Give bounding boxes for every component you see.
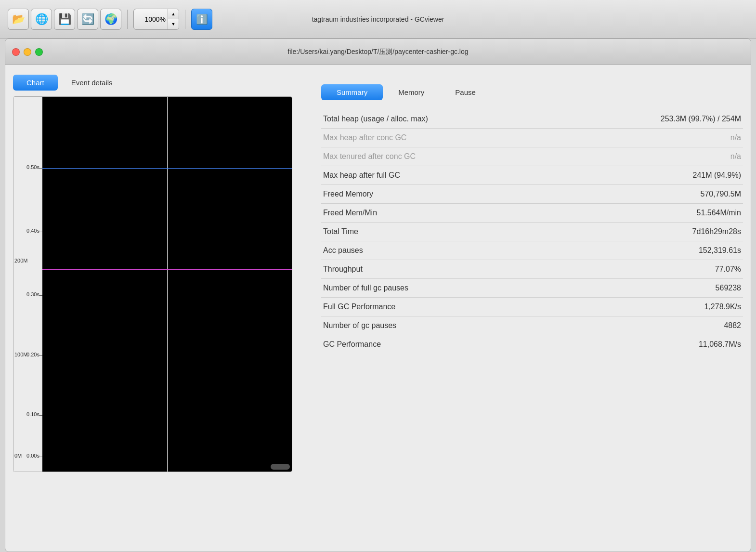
stats-value-5: 51.564M/min [697, 209, 742, 217]
table-row: Full GC Performance 1,278.9K/s [321, 298, 743, 316]
tab-pause[interactable]: Pause [440, 84, 491, 100]
table-row: Total Time 7d16h29m28s [321, 223, 743, 241]
chart-cursor [167, 97, 168, 472]
stats-value-6: 7d16h29m28s [692, 227, 741, 236]
app-titlebar: 📂 🌐 💾 🔄 🌍 1000% ▲ ▼ ℹ️ tagtraum industri… [0, 0, 756, 39]
table-row: Number of gc pauses 4882 [321, 316, 743, 335]
main-window: file:/Users/kai.yang/Desktop/T/压测/paycen… [5, 39, 751, 552]
close-button[interactable] [12, 48, 20, 56]
stats-value-8: 77.07% [715, 265, 741, 274]
y-label-000s: 0.00s [26, 453, 39, 459]
window-content: Chart Event details 0.50s 0.40s 0.30s 0.… [5, 65, 751, 552]
stats-value-9: 569238 [716, 284, 741, 292]
stats-label-0: Total heap (usage / alloc. max) [323, 115, 428, 123]
zoom-control[interactable]: 1000% ▲ ▼ [133, 9, 179, 30]
y-label-200m: 200M [14, 258, 28, 263]
tab-summary[interactable]: Summary [321, 84, 383, 100]
y-tick-030s [39, 295, 42, 296]
left-panel: Chart Event details 0.50s 0.40s 0.30s 0.… [13, 75, 302, 542]
stats-label-11: Number of gc pauses [323, 321, 396, 330]
info-button[interactable]: ℹ️ [191, 9, 212, 30]
y-tick-000s [39, 457, 42, 457]
window-titlebar: file:/Users/kai.yang/Desktop/T/压测/paycen… [5, 39, 751, 65]
minimize-button[interactable] [24, 48, 31, 56]
y-tick-010s [39, 415, 42, 416]
chart-pink-line [42, 269, 292, 270]
y-label-030s: 0.30s [26, 291, 39, 297]
stats-value-1: n/a [730, 133, 741, 142]
y-label-050s: 0.50s [26, 164, 39, 170]
save-button[interactable]: 💾 [54, 9, 75, 30]
stats-value-2: n/a [730, 152, 741, 161]
right-panel: Summary Memory Pause Total heap (usage /… [312, 75, 743, 542]
stats-label-5: Freed Mem/Min [323, 209, 377, 217]
table-row: Acc pauses 152,319.61s [321, 241, 743, 260]
chart-blue-line [42, 168, 292, 169]
stats-value-3: 241M (94.9%) [693, 171, 742, 180]
y-tick-040s [39, 232, 42, 232]
chart-container: 0.50s 0.40s 0.30s 0.20s 0.10s 0.00s 200M… [13, 96, 292, 472]
stats-value-10: 1,278.9K/s [704, 302, 742, 311]
maximize-button[interactable] [35, 48, 43, 56]
table-row: Max heap after conc GC n/a [321, 129, 743, 147]
stats-label-1: Max heap after conc GC [323, 133, 406, 142]
stats-label-12: GC Performance [323, 340, 381, 349]
table-row: Max tenured after conc GC n/a [321, 147, 743, 166]
stats-value-11: 4882 [724, 321, 741, 330]
y-tick-050s [39, 168, 42, 169]
stats-value-7: 152,319.61s [699, 246, 741, 255]
globe-button[interactable]: 🌐 [31, 9, 52, 30]
table-row: Total heap (usage / alloc. max) 253.3M (… [321, 110, 743, 129]
stats-value-0: 253.3M (99.7%) / 254M [661, 115, 741, 123]
stats-value-12: 11,068.7M/s [699, 340, 741, 349]
zoom-input[interactable]: 1000% [134, 9, 168, 29]
stats-label-8: Throughput [323, 265, 363, 274]
stats-label-10: Full GC Performance [323, 302, 395, 311]
summary-tab-bar: Summary Memory Pause [321, 84, 743, 100]
stats-label-2: Max tenured after conc GC [323, 152, 416, 161]
left-tab-bar: Chart Event details [13, 75, 302, 91]
zoom-arrows: ▲ ▼ [168, 9, 179, 29]
tab-chart[interactable]: Chart [13, 75, 58, 91]
y-label-020s: 0.20s [26, 352, 39, 357]
toolbar-separator [127, 10, 128, 29]
table-row: Freed Mem/Min 51.564M/min [321, 204, 743, 223]
stats-table: Total heap (usage / alloc. max) 253.3M (… [321, 110, 743, 354]
y-label-100m: 100M [14, 352, 28, 357]
table-row: Max heap after full GC 241M (94.9%) [321, 166, 743, 185]
stats-label-6: Total Time [323, 227, 358, 236]
traffic-lights [12, 48, 43, 56]
app-title: tagtraum industries incorporated - GCvie… [312, 15, 444, 23]
stats-label-3: Max heap after full GC [323, 171, 400, 180]
refresh-button[interactable]: 🔄 [77, 9, 98, 30]
stats-label-7: Acc pauses [323, 246, 363, 255]
toolbar-separator2 [185, 10, 185, 29]
table-row: Freed Memory 570,790.5M [321, 185, 743, 204]
chart-main[interactable] [42, 97, 292, 472]
y-tick-020s [39, 355, 42, 356]
tab-event-details[interactable]: Event details [58, 75, 126, 91]
y-label-010s: 0.10s [26, 411, 39, 417]
window-title: file:/Users/kai.yang/Desktop/T/压测/paycen… [287, 48, 468, 56]
tab-memory[interactable]: Memory [383, 84, 440, 100]
chart-scrollbar[interactable] [271, 464, 290, 470]
table-row: Throughput 77.07% [321, 260, 743, 279]
stats-label-4: Freed Memory [323, 190, 373, 198]
stats-value-4: 570,790.5M [700, 190, 741, 198]
y-label-040s: 0.40s [26, 228, 39, 234]
zoom-up-arrow[interactable]: ▲ [168, 9, 179, 20]
network-button[interactable]: 🌍 [100, 9, 121, 30]
table-row: Number of full gc pauses 569238 [321, 279, 743, 298]
chart-y-axis: 0.50s 0.40s 0.30s 0.20s 0.10s 0.00s 200M… [13, 97, 42, 472]
table-row: GC Performance 11,068.7M/s [321, 335, 743, 354]
stats-label-9: Number of full gc pauses [323, 284, 408, 292]
zoom-down-arrow[interactable]: ▼ [168, 19, 179, 29]
open-button[interactable]: 📂 [8, 9, 29, 30]
y-label-0m: 0M [14, 453, 22, 459]
